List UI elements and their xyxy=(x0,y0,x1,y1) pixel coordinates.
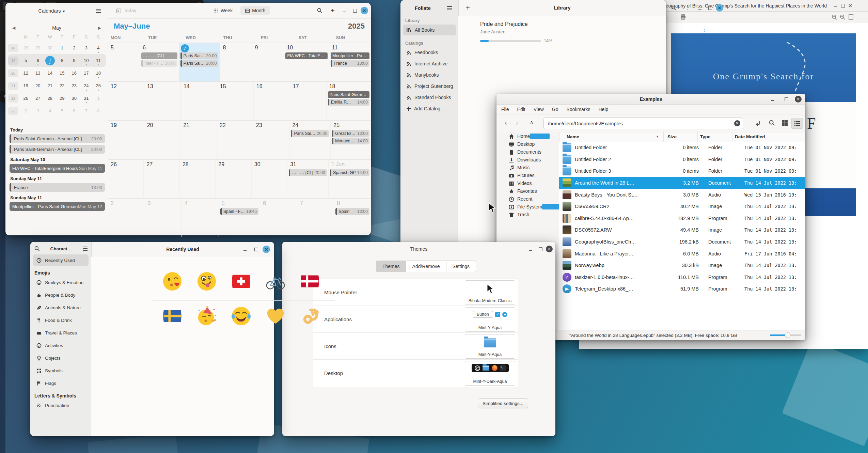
calendar-minimize-button[interactable] xyxy=(341,7,348,14)
sidebar-item-objects[interactable]: Objects xyxy=(33,352,89,364)
mini-day[interactable]: 27 xyxy=(32,92,44,105)
toggle-location-entry-icon[interactable] xyxy=(755,120,761,126)
calendar-day-cell[interactable]: 7 xyxy=(297,199,334,237)
zoom-slider[interactable] xyxy=(770,334,801,336)
file-row[interactable]: DSC05972.ARW 49.4 MB Image Thu 14 Jul 20… xyxy=(559,224,805,236)
file-row[interactable]: Untitled Folder 0 items Folder Tue 01 No… xyxy=(559,142,805,154)
calendar-day-cell[interactable]: 17 xyxy=(290,82,327,120)
sidebar-item-catalog[interactable]: Project Gutenberg xyxy=(403,81,456,92)
calendar-event[interactable]: Montpellier - Pa… xyxy=(331,52,369,59)
month-view-button[interactable]: Month xyxy=(240,6,270,15)
new-event-button[interactable]: + xyxy=(328,6,337,15)
page-fit-icon[interactable] xyxy=(848,14,854,20)
mini-day[interactable]: 26 xyxy=(20,92,32,105)
calendar-event[interactable]: … - … [CL]20:00 xyxy=(289,169,327,176)
mini-day[interactable]: 5 xyxy=(56,105,68,117)
mini-day[interactable]: 8 xyxy=(56,54,68,67)
nemo-close-button[interactable]: ✕ xyxy=(795,96,802,103)
column-header-name[interactable]: Name xyxy=(567,134,579,139)
clear-path-icon[interactable]: ✕ xyxy=(734,120,740,126)
characters-maximize-button[interactable] xyxy=(252,246,260,253)
menu-item[interactable]: Bookmarks xyxy=(566,107,590,112)
xreader-close-button[interactable]: ✕ xyxy=(847,2,854,10)
search-icon[interactable] xyxy=(769,120,775,126)
mini-day[interactable]: 11 xyxy=(92,54,105,67)
mini-day[interactable]: 4 xyxy=(44,105,56,117)
mini-day[interactable]: 3 xyxy=(32,105,44,117)
sidebar-item-punctuation[interactable]: & Punctuation xyxy=(33,400,89,411)
emoji-flag-sweden[interactable] xyxy=(158,301,187,331)
mini-day[interactable]: 13 xyxy=(32,67,44,79)
emoji-flag-switzerland[interactable] xyxy=(227,266,255,296)
search-icon[interactable] xyxy=(34,246,40,251)
list-view-icon[interactable] xyxy=(791,118,803,129)
characters-headerbar[interactable]: Recently Used ✕ xyxy=(91,242,274,257)
calendar-day-cell[interactable]: 8 Spain13:00 xyxy=(334,199,371,237)
mini-day[interactable]: 21 xyxy=(8,82,18,90)
calendar-event[interactable]: France13:00 xyxy=(331,60,369,67)
characters-minimize-button[interactable] xyxy=(241,246,249,253)
menu-item[interactable]: File xyxy=(501,107,509,112)
mini-day[interactable]: 25 xyxy=(92,79,105,92)
calendar-event[interactable]: Paris Sai…20:00 xyxy=(291,130,329,137)
file-manager-titlebar[interactable]: Examples ✕ xyxy=(496,94,805,105)
file-row[interactable]: taskizer-1.6.0-beta-linux-… 110.1 MB Pro… xyxy=(559,271,805,283)
calendar-day-cell[interactable]: 28 xyxy=(180,160,216,198)
file-row[interactable]: Untitled Folder 2 0 items Folder Tue 01 … xyxy=(559,154,805,166)
agenda-event[interactable]: France13:00 xyxy=(10,183,105,192)
calendar-day-cell[interactable]: 5 xyxy=(108,43,140,81)
mini-day[interactable]: 17 xyxy=(80,67,93,79)
calendar-event[interactable]: Emilia R…14:00 xyxy=(328,99,369,106)
foliate-maximize-button[interactable] xyxy=(706,4,714,12)
calendar-day-cell[interactable]: 3 xyxy=(145,199,182,237)
agenda-event[interactable]: FIA WEC - TotalEnergies 6 Hours o…Sun Ma… xyxy=(10,164,105,173)
calendar-day-cell[interactable]: 25 Great Br…13:00 Monaco …14:00 xyxy=(331,121,371,159)
mini-day[interactable]: 15 xyxy=(56,67,68,79)
sidebar-item-travel[interactable]: Travel & Places xyxy=(33,327,89,339)
mini-day[interactable]: 22 xyxy=(8,94,18,103)
calendar-day-cell[interactable]: 10 FIA WEC - TotalE… xyxy=(284,43,329,81)
sidebar-item-animals[interactable]: Animals & Nature xyxy=(33,302,89,313)
sidebar-item-file-system[interactable]: File System xyxy=(496,203,559,210)
themes-maximize-button[interactable] xyxy=(537,245,544,253)
mini-day[interactable]: 28 xyxy=(20,42,32,54)
mini-day[interactable]: 6 xyxy=(32,54,44,67)
mini-day[interactable]: 28 xyxy=(44,92,56,105)
book-kebab-menu-icon[interactable]: ⋮ xyxy=(699,27,709,36)
tab-settings[interactable]: Settings xyxy=(446,261,476,272)
mini-day[interactable]: 8 xyxy=(92,105,105,117)
mini-day[interactable]: 7 xyxy=(44,54,56,67)
sidebar-item-trash[interactable]: Trash xyxy=(496,210,559,218)
menu-item[interactable]: Edit xyxy=(517,107,525,112)
themes-titlebar[interactable]: Themes ✕ xyxy=(282,242,555,256)
calendar-day-cell[interactable]: 16 xyxy=(254,82,290,120)
zoom-in-icon[interactable] xyxy=(840,14,846,20)
mini-day[interactable]: 24 xyxy=(80,79,93,92)
emoji-yellow-heart[interactable] xyxy=(261,301,290,331)
calendar-day-cell[interactable]: 8 xyxy=(220,43,252,81)
file-row[interactable]: GeographyofBliss_oneCh… 198.2 kB Documen… xyxy=(559,236,805,248)
mini-day[interactable]: 1 xyxy=(56,42,68,54)
file-row[interactable]: Around the World in 28 L… 3.2 MB Documen… xyxy=(559,177,805,189)
calendar-event[interactable]: Spain13:00 xyxy=(335,208,369,215)
calendar-event[interactable]: Great Br…13:00 xyxy=(332,130,369,137)
emoji-face-blowing-a-kiss[interactable] xyxy=(158,266,187,296)
mini-day[interactable]: 30 xyxy=(68,92,80,105)
mini-day[interactable]: 18 xyxy=(8,44,18,52)
themes-close-button[interactable]: ✕ xyxy=(546,246,553,252)
desktop-theme-button[interactable]: $_ Mint-Y-Dark-Aqua xyxy=(465,361,515,386)
sidebar-item-favorites[interactable]: Favorites xyxy=(496,187,559,195)
sidebar-item-all-books[interactable]: All Books xyxy=(403,25,456,35)
hamburger-menu-icon[interactable] xyxy=(82,246,88,251)
sidebar-item-people[interactable]: People & Body xyxy=(33,289,89,301)
column-header-type[interactable]: Type xyxy=(700,134,711,139)
sidebar-item-recently-used[interactable]: Recently Used xyxy=(33,254,89,266)
calendar-event[interactable]: Spain - F…19:45 xyxy=(220,208,259,215)
calendar-event[interactable]: Paris Saint-Germ… xyxy=(328,91,369,98)
path-bar[interactable]: /home/clem/Documents/Examples xyxy=(543,118,743,129)
calendar-day-cell[interactable]: 31 … - … [CL]20:00 xyxy=(287,160,329,198)
sidebar-item-music[interactable]: Music xyxy=(496,163,559,171)
agenda-event[interactable]: Paris Saint-Germain - Arsenal [CL]20:00 xyxy=(10,134,105,143)
mini-day[interactable]: 23 xyxy=(8,107,18,115)
sidebar-item-desktop[interactable]: Desktop xyxy=(496,140,559,148)
